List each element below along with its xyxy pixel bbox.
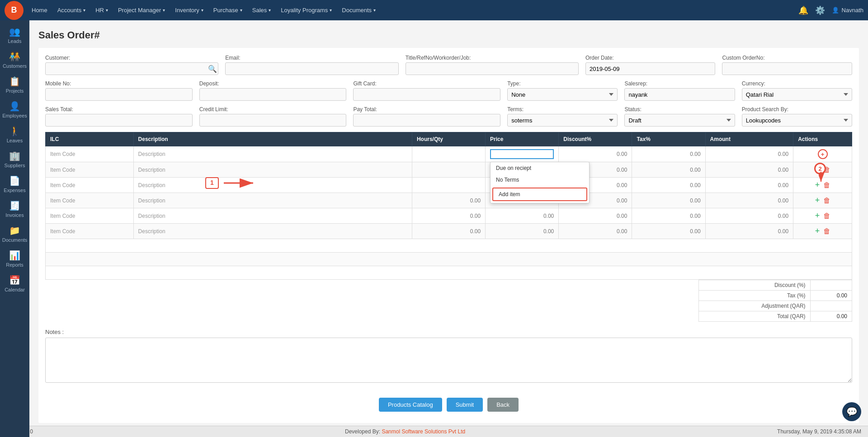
sidebar-label-calendar: Calendar [5,287,25,292]
email-input[interactable] [225,62,398,75]
type-select[interactable]: None [507,88,618,101]
totals-total-row: Total (QAR) 0.00 [699,311,852,322]
sidebar-item-projects[interactable]: 📋 Projects [0,72,29,97]
row6-hours: 0.00 [412,224,485,239]
nav-loyalty[interactable]: Loyality Programs ▾ [276,5,336,16]
sidebar-item-suppliers[interactable]: 🏢 Suppliers [0,147,29,172]
terms-option-due-on-receipt[interactable]: Due on reciept [491,162,589,174]
salesrep-input[interactable] [624,88,735,101]
sidebar-item-reports[interactable]: 📊 Reports [0,246,29,271]
title-ref-input[interactable] [406,62,579,75]
sidebar-item-calendar[interactable]: 📅 Calendar [0,271,29,296]
terms-add-item-button[interactable]: Add item [492,188,587,201]
terms-dropdown-input[interactable] [490,149,554,159]
customer-group: Customer: 🔍 [45,55,218,75]
deposit-group: Deposit: [199,80,347,101]
order-date-input[interactable] [585,62,716,75]
sidebar-label-customers: Customers [3,63,27,69]
table-row: Item Code Description Due on reciept No … [46,146,852,162]
terms-select[interactable]: soterms [507,114,618,127]
sidebar-item-leads[interactable]: 👥 Leads [0,23,29,47]
sidebar-item-leaves[interactable]: 🚶 Leaves [0,122,29,147]
gift-card-label: Gift Card: [353,80,500,87]
row5-delete-button[interactable]: 🗑 [823,212,830,220]
row2-tax: 0.00 [632,162,705,178]
deposit-input[interactable] [199,88,347,101]
row5-ilc: Item Code [46,208,134,224]
table-row: Item Code Description 0.00 0.00 0.00 + 🗑 [46,162,852,178]
nav-purchase[interactable]: Purchase ▾ [209,5,247,16]
custom-order-input[interactable] [722,62,852,75]
terms-label: Terms: [507,106,618,113]
row5-add-button[interactable]: + [815,211,820,221]
nav-inventory[interactable]: Inventory ▾ [170,5,208,16]
nav-home[interactable]: Home [27,5,52,16]
nav-project-manager[interactable]: Project Manager ▾ [113,5,170,16]
dev-name: Sanmol Software Solutions Pvt Ltd [382,428,465,435]
row2-description: Description [133,162,412,178]
sidebar-item-expenses[interactable]: 📄 Expenses [0,172,29,197]
row4-amount: 0.00 [705,193,793,208]
form-row-3: Sales Total: Credit Limit: Pay Total: Te… [45,106,852,127]
row1-description: Description [133,146,412,162]
sidebar-item-customers[interactable]: 🧑‍🤝‍🧑 Customers [0,47,29,72]
order-table: ILC Description Hours/Qty Price Discount… [45,132,852,280]
row4-actions: + 🗑 [793,193,852,208]
adjustment-value [810,301,852,311]
main-content: Sales Order# Customer: 🔍 Email: Title/Re… [29,20,868,437]
row3-delete-button[interactable]: 🗑 [823,181,830,189]
type-label: Type: [507,80,618,87]
row2-delete-button[interactable]: 🗑 [823,166,830,174]
sidebar-item-invoices[interactable]: 🧾 Invoices [0,197,29,221]
mobile-input[interactable] [45,88,193,101]
products-catalog-button[interactable]: Products Catalog [379,398,442,412]
row6-delete-button[interactable]: 🗑 [823,227,830,235]
credit-limit-input[interactable] [199,114,347,127]
gear-icon[interactable]: ⚙️ [815,5,825,15]
back-button[interactable]: Back [487,398,519,412]
nav-documents[interactable]: Documents ▾ [337,5,380,16]
chat-bubble[interactable]: 💬 [842,402,861,421]
row2-hours [412,162,485,178]
customer-input[interactable] [45,62,218,75]
total-value: 0.00 [810,311,852,322]
row6-discount: 0.00 [559,224,632,239]
tax-label: Tax (%) [699,291,811,301]
customer-label: Customer: [45,55,218,61]
status-select[interactable]: Draft [624,114,735,127]
row2-add-button[interactable]: + [815,165,820,174]
currency-select[interactable]: Qatari Rial [742,88,852,101]
product-search-label: Product Search By: [742,106,852,113]
terms-group: Terms: soterms [507,106,618,127]
projects-icon: 📋 [9,76,20,87]
notes-textarea[interactable] [45,338,852,383]
form-row-1: Customer: 🔍 Email: Title/RefNo/Workorder… [45,55,852,75]
footer: Ver 1.0.0.0 Developed By: Sanmol Softwar… [0,426,868,437]
email-label: Email: [225,55,398,61]
row1-hours [412,146,485,162]
row5-hours: 0.00 [412,208,485,224]
row3-amount: 0.00 [705,178,793,193]
row6-add-button[interactable]: + [815,226,820,236]
sales-total-input[interactable] [45,114,193,127]
reports-icon: 📊 [9,250,20,261]
row4-delete-button[interactable]: 🗑 [823,197,830,205]
submit-button[interactable]: Submit [447,398,483,412]
sidebar-item-documents[interactable]: 📁 Documents [0,221,29,246]
nav-sales[interactable]: Sales ▾ [248,5,276,16]
terms-option-no-terms[interactable]: No Terms [491,174,589,186]
pay-total-input[interactable] [353,114,500,127]
bell-icon[interactable]: 🔔 [798,5,808,15]
row4-add-button[interactable]: + [815,196,820,205]
sidebar-item-employees[interactable]: 👤 Employees [0,97,29,122]
product-search-select[interactable]: Lookupcodes [742,114,852,127]
mobile-group: Mobile No: [45,80,193,101]
customer-search-button[interactable]: 🔍 [208,65,217,73]
discount-label: Discount (%) [699,280,811,291]
nav-accounts[interactable]: Accounts ▾ [53,5,90,16]
gift-card-input[interactable] [353,88,500,101]
user-menu[interactable]: 👤 Navnath [832,7,863,14]
row1-amount: 0.00 [705,146,793,162]
nav-hr[interactable]: HR ▾ [91,5,113,16]
row3-add-button[interactable]: + [815,180,820,190]
